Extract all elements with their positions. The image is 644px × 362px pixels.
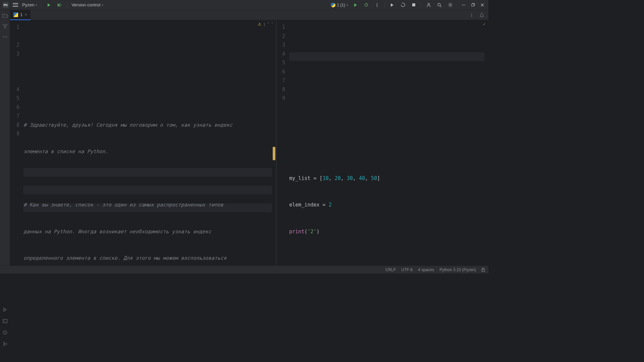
gutter-right: 123456789: [276, 20, 289, 265]
svg-point-11: [449, 4, 451, 6]
separator: [41, 2, 42, 8]
encoding-selector[interactable]: UTF-8: [401, 267, 413, 272]
app-icon: PC: [3, 2, 9, 8]
check-icon: ✓: [483, 22, 486, 26]
tab-label: 1: [20, 12, 22, 17]
editor-tabs: 1 ×: [10, 10, 488, 20]
notifications-button[interactable]: [478, 12, 485, 18]
readonly-lock-icon[interactable]: [481, 267, 485, 272]
svg-point-5: [377, 4, 377, 5]
editor-pane-right: ✓ 123456789 my_list = [10, 20, 30, 40, 5…: [276, 20, 488, 265]
python-process-indicator[interactable]: 1 (1) ▾: [331, 3, 348, 7]
statusbar: CRLF UTF-8 4 spaces Python 3.10 (Pyzen): [0, 265, 488, 274]
code-text: elem_index = 2: [289, 202, 331, 208]
svg-rect-7: [412, 3, 415, 6]
code-content-left[interactable]: # Здравствуйте, друзья! Сегодня мы погов…: [23, 20, 276, 265]
separator: [421, 2, 421, 8]
code-text: # Как вы знаете, список - это один из са…: [23, 202, 223, 208]
project-name-label: Pyzen: [22, 2, 34, 7]
minimize-window-button[interactable]: [460, 2, 467, 8]
chevron-up-icon[interactable]: ˄: [267, 22, 269, 26]
svg-point-23: [6, 37, 7, 38]
code-editor-left[interactable]: 123456789 # Здравствуйте, друзья! Сегодн…: [10, 20, 276, 265]
inspection-widget-right[interactable]: ✓: [483, 22, 486, 26]
version-control-label: Version control: [71, 2, 100, 7]
interpreter-selector[interactable]: Python 3.10 (Pyzen): [439, 267, 476, 272]
svg-point-26: [471, 16, 472, 16]
structure-tool-button[interactable]: [2, 23, 8, 29]
search-button[interactable]: [436, 2, 443, 8]
svg-point-16: [3, 24, 4, 25]
code-text: элемента в списке на Python.: [23, 148, 108, 155]
line-ending-selector[interactable]: CRLF: [385, 267, 396, 272]
svg-point-17: [6, 24, 7, 25]
svg-point-0: [365, 4, 368, 6]
svg-point-9: [438, 3, 440, 6]
project-tool-button[interactable]: [2, 12, 8, 19]
inspection-widget-left[interactable]: ⚠ 1 ˄ ˅: [258, 22, 273, 26]
more-actions-button[interactable]: [374, 2, 380, 8]
indent-selector[interactable]: 4 spaces: [418, 267, 434, 272]
svg-line-10: [440, 6, 441, 7]
svg-point-22: [4, 37, 5, 38]
project-selector[interactable]: Pyzen ▾: [22, 2, 37, 7]
python-badge-label: 1 (1): [337, 3, 345, 7]
editor-container: 1 × ⚠ 1 ˄ ˅: [10, 10, 488, 265]
separator: [384, 2, 385, 8]
run-toolbar-button[interactable]: [352, 2, 359, 8]
scrollbar-marker[interactable]: [273, 147, 275, 160]
svg-rect-35: [482, 269, 485, 272]
debug-button[interactable]: [363, 2, 370, 8]
rerun-button[interactable]: [399, 2, 406, 8]
code-text: print('2'): [289, 229, 319, 235]
separator: [67, 2, 67, 8]
play-button[interactable]: [389, 2, 395, 8]
close-tab-button[interactable]: ×: [24, 12, 27, 17]
more-tools-button[interactable]: [2, 34, 8, 40]
editor-pane-left: ⚠ 1 ˄ ˅ 123456789 # Здравствуйте, друзья…: [10, 20, 276, 265]
code-text: my_list = [10, 20, 30, 40, 50]: [289, 175, 380, 181]
main-menu-button[interactable]: [13, 3, 18, 7]
code-with-me-button[interactable]: [425, 2, 432, 8]
code-text: # Здравствуйте, друзья! Сегодня мы погов…: [23, 122, 232, 128]
version-control-menu[interactable]: Version control ▾: [71, 2, 103, 7]
chevron-down-icon: ▾: [36, 3, 37, 7]
gutter-left: 123456789: [10, 20, 23, 265]
titlebar: PC Pyzen ▾ Version control ▾ 1 (1) ▾: [0, 0, 488, 10]
svg-rect-13: [472, 4, 474, 6]
left-tool-strip: [0, 10, 10, 265]
svg-line-2: [365, 4, 365, 4]
run-button[interactable]: [46, 2, 52, 8]
run-with-button[interactable]: [56, 2, 63, 8]
warning-icon: ⚠: [258, 22, 261, 26]
code-content-right[interactable]: my_list = [10, 20, 30, 40, 50] elem_inde…: [289, 20, 488, 265]
stop-button[interactable]: [410, 2, 417, 8]
close-window-button[interactable]: [479, 2, 486, 8]
chevron-down-icon[interactable]: ˅: [271, 22, 273, 26]
code-editor-right[interactable]: 123456789 my_list = [10, 20, 30, 40, 50]…: [276, 20, 488, 265]
python-icon: [331, 3, 335, 7]
maximize-window-button[interactable]: [470, 2, 476, 8]
svg-point-4: [377, 3, 377, 4]
svg-line-19: [4, 25, 5, 27]
svg-point-6: [377, 6, 377, 6]
warning-count: 1: [263, 22, 265, 26]
code-text: данных на Python. Иногда возникает необх…: [23, 229, 211, 235]
file-tab[interactable]: 1 ×: [10, 10, 31, 20]
main-area: 1 × ⚠ 1 ˄ ˅: [0, 10, 488, 265]
svg-point-24: [471, 13, 472, 14]
chevron-down-icon: ▾: [346, 3, 348, 7]
svg-point-18: [4, 27, 6, 28]
svg-line-20: [5, 25, 6, 27]
svg-line-3: [367, 4, 368, 4]
code-text: определенного элемента в списке. Для это…: [23, 255, 226, 261]
chevron-down-icon: ▾: [102, 3, 103, 7]
editor-split: ⚠ 1 ˄ ˅ 123456789 # Здравствуйте, друзья…: [10, 20, 488, 265]
svg-point-8: [428, 3, 430, 5]
python-file-icon: [13, 12, 18, 17]
svg-point-25: [471, 14, 472, 15]
tab-options-button[interactable]: [468, 12, 475, 18]
svg-point-21: [3, 37, 4, 38]
settings-button[interactable]: [447, 2, 453, 8]
